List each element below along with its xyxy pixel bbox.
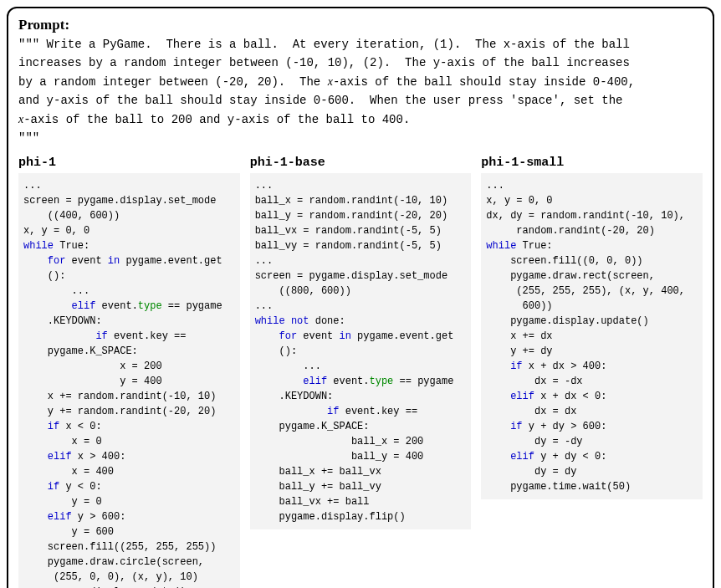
code-line: dx, dy = random.randint(-10, 10), xyxy=(486,210,685,222)
col-header-phi-1-base: phi-1-base xyxy=(250,156,472,170)
code-line: ball_x = 200 xyxy=(255,436,424,447)
code-line: (255, 0, 0), (x, y), 10) xyxy=(23,571,198,583)
code-line: y = 600 xyxy=(23,526,114,538)
code-line: ball_y = 400 xyxy=(255,451,424,463)
code-line: event. xyxy=(327,376,369,387)
code-line: event.key == xyxy=(108,330,187,342)
code-line: ball_y = random.randint(-20, 20) xyxy=(255,210,447,222)
code-line: (255, 255, 255), (x, y, 400, xyxy=(486,285,685,297)
code-line: == pygame xyxy=(393,376,453,387)
code-line: x = 400 xyxy=(23,466,114,478)
code-line: x, y = 0, 0 xyxy=(23,225,89,237)
code-line: y += dy xyxy=(486,345,552,357)
code-line: ... xyxy=(255,255,274,267)
kw-while: while xyxy=(255,315,285,327)
kw-elif: elif xyxy=(23,300,95,312)
kw-elif: elif xyxy=(486,391,534,402)
prompt-title: Prompt: xyxy=(18,17,703,33)
code-line: x += random.randint(-10, 10) xyxy=(23,391,216,402)
code-line: pygame.K_SPACE: xyxy=(23,345,138,357)
code-line: event. xyxy=(95,300,137,312)
code-line: 600)) xyxy=(486,300,552,312)
code-line: pygame.event.get xyxy=(120,255,222,267)
code-line: == pygame xyxy=(162,300,222,312)
code-line: ... xyxy=(255,180,274,192)
code-line: y < 0: xyxy=(59,481,101,493)
code-line: screen = pygame.display.set_mode xyxy=(23,195,216,207)
kw-if: if xyxy=(23,421,59,432)
prompt-line-1: """ Write a PyGame. There is a ball. At … xyxy=(18,38,630,51)
code-line: pygame.draw.rect(screen, xyxy=(486,270,655,282)
kw-elif: elif xyxy=(23,511,72,523)
kw-while: while xyxy=(23,240,54,252)
code-line: x < 0: xyxy=(59,421,101,432)
code-line: event xyxy=(65,255,107,267)
prompt-line-3-post: -axis of the ball should stay inside 0-4… xyxy=(333,75,635,89)
code-line: dy = dy xyxy=(486,466,576,478)
code-line: screen.fill((255, 255, 255)) xyxy=(23,541,216,553)
kw-not: not xyxy=(285,315,309,327)
code-line: ... xyxy=(23,180,42,192)
code-line: .KEYDOWN: xyxy=(255,391,334,402)
kw-elif: elif xyxy=(486,451,534,463)
kw-if: if xyxy=(486,360,522,372)
code-line: event xyxy=(297,330,339,342)
code-line: ball_y += ball_vy xyxy=(255,481,381,493)
code-line: pygame.draw.circle(screen, xyxy=(23,556,204,568)
kw-elif: elif xyxy=(255,376,327,387)
code-line: x, y = 0, 0 xyxy=(486,195,552,207)
kw-if: if xyxy=(23,330,108,342)
code-columns: phi-1 ... screen = pygame.display.set_mo… xyxy=(18,156,703,588)
code-line: y + dy < 0: xyxy=(534,451,606,463)
code-phi-1-base: ... ball_x = random.randint(-10, 10) bal… xyxy=(250,173,472,529)
code-line: ball_vx += ball xyxy=(255,496,370,508)
code-line: True: xyxy=(516,240,552,252)
kw-type: type xyxy=(138,300,162,312)
code-line: y = 400 xyxy=(23,376,162,387)
code-line: pygame.display.update() xyxy=(486,315,648,327)
code-line: ball_vy = random.randint(-5, 5) xyxy=(255,240,442,252)
code-line: x += dx xyxy=(486,330,552,342)
col-phi-1: phi-1 ... screen = pygame.display.set_mo… xyxy=(18,156,240,588)
code-phi-1: ... screen = pygame.display.set_mode ((4… xyxy=(18,173,240,588)
code-line: .KEYDOWN: xyxy=(23,315,102,327)
code-line: ... xyxy=(486,180,504,192)
prompt-line-2: increases by a random integer between (-… xyxy=(18,56,630,69)
code-line: ((400, 600)) xyxy=(23,210,120,222)
col-header-phi-1: phi-1 xyxy=(18,156,240,170)
code-line: dx = -dx xyxy=(486,376,582,387)
code-phi-1-small: ... x, y = 0, 0 dx, dy = random.randint(… xyxy=(481,173,703,499)
code-line: pygame.K_SPACE: xyxy=(255,421,370,432)
prompt-line-5-post: -axis of the ball to 200 and y-axis of t… xyxy=(23,113,410,126)
code-line: ball_vx = random.randint(-5, 5) xyxy=(255,225,442,237)
code-line: ball_x = random.randint(-10, 10) xyxy=(255,195,447,207)
code-line: x + dx < 0: xyxy=(534,391,606,402)
code-line: ((800, 600)) xyxy=(255,285,351,297)
figure-container: Prompt: """ Write a PyGame. There is a b… xyxy=(7,7,714,588)
prompt-line-4: and y-axis of the ball should stay insid… xyxy=(18,94,623,107)
code-line: random.randint(-20, 20) xyxy=(486,225,655,237)
code-line: y + dy > 600: xyxy=(523,421,607,432)
prompt-line-close: """ xyxy=(18,131,39,145)
code-line: event.key == xyxy=(340,406,418,417)
code-line: pygame.display.flip() xyxy=(255,511,406,523)
code-line: y = 0 xyxy=(23,496,102,508)
code-line: (): xyxy=(255,345,297,357)
kw-in: in xyxy=(340,330,351,342)
col-phi-1-base: phi-1-base ... ball_x = random.randint(-… xyxy=(250,156,472,588)
code-line: ... xyxy=(255,360,321,372)
code-line: ... xyxy=(23,285,89,297)
col-header-phi-1-small: phi-1-small xyxy=(481,156,703,170)
kw-for: for xyxy=(255,330,297,342)
kw-while: while xyxy=(486,240,516,252)
code-line: x = 200 xyxy=(23,360,162,372)
code-line: ... xyxy=(255,300,274,312)
kw-if: if xyxy=(255,406,340,417)
code-line: dx = dx xyxy=(486,406,576,417)
kw-if: if xyxy=(486,421,522,432)
prompt-line-3-pre: by a random integer between (-20, 20). T… xyxy=(18,75,328,89)
code-line: True: xyxy=(54,240,89,252)
code-line: y += random.randint(-20, 20) xyxy=(23,406,216,417)
col-phi-1-small: phi-1-small ... x, y = 0, 0 dx, dy = ran… xyxy=(481,156,703,588)
code-line: x + dx > 400: xyxy=(523,360,607,372)
